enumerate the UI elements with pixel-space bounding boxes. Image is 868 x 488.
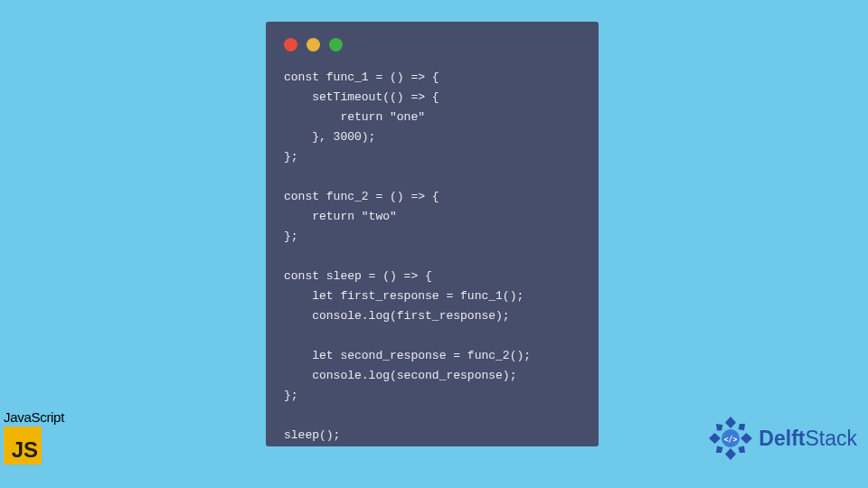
close-icon[interactable] bbox=[284, 38, 297, 52]
svg-marker-4 bbox=[716, 424, 723, 431]
minimize-icon[interactable] bbox=[307, 38, 320, 52]
window-controls bbox=[284, 38, 580, 52]
svg-text:</>: </> bbox=[724, 436, 738, 444]
delft-light: Stack bbox=[805, 427, 857, 450]
delft-bold: Delft bbox=[759, 427, 805, 450]
delftstack-text: DelftStack bbox=[759, 427, 857, 451]
delftstack-icon: </> bbox=[708, 416, 753, 461]
svg-marker-0 bbox=[725, 417, 736, 428]
code-content: const func_1 = () => { setTimeout(() => … bbox=[284, 68, 580, 446]
svg-marker-2 bbox=[709, 433, 721, 444]
javascript-icon: JS bbox=[4, 427, 42, 465]
maximize-icon[interactable] bbox=[329, 38, 343, 52]
svg-marker-6 bbox=[716, 446, 723, 454]
javascript-label: JavaScript bbox=[4, 409, 64, 425]
svg-marker-3 bbox=[741, 433, 752, 444]
delftstack-logo: </> DelftStack bbox=[708, 416, 857, 461]
js-icon-text: JS bbox=[12, 437, 38, 463]
svg-marker-7 bbox=[739, 446, 746, 454]
javascript-badge: JavaScript JS bbox=[4, 409, 64, 465]
code-editor-window: const func_1 = () => { setTimeout(() => … bbox=[266, 22, 599, 446]
svg-marker-5 bbox=[739, 424, 746, 431]
svg-marker-1 bbox=[725, 448, 736, 460]
